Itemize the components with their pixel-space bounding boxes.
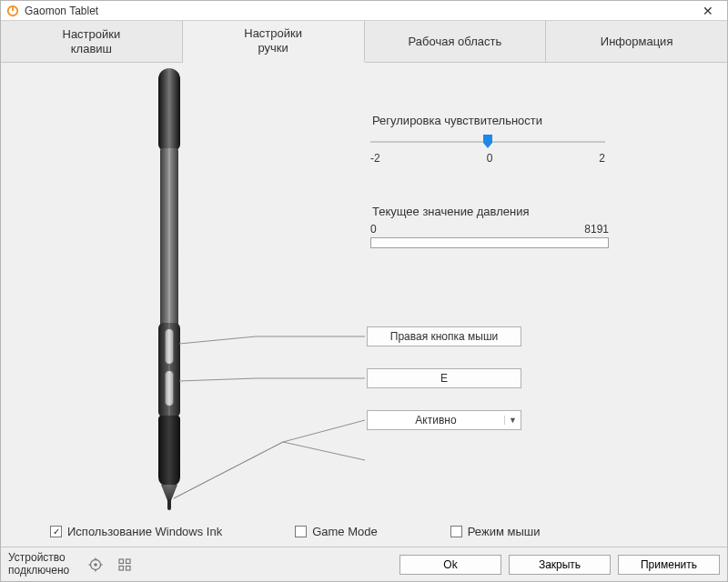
pen-mode-select[interactable]: Активно ▼ [367, 410, 521, 430]
pen-upper-button-mapping[interactable]: Правая кнопка мыши [367, 326, 521, 346]
svg-point-3 [94, 563, 97, 567]
checkbox-label: Режим мыши [468, 525, 541, 538]
ok-button[interactable]: Ok [399, 555, 501, 575]
checkbox-box [295, 526, 307, 537]
slider-max: 2 [599, 152, 605, 165]
chevron-down-icon: ▼ [504, 416, 521, 425]
checkbox-row: ✓ Использование Windows Ink Game Mode Ре… [1, 516, 727, 547]
titlebar: Gaomon Tablet ✕ [1, 1, 727, 21]
svg-rect-10 [119, 566, 124, 570]
pressure-meter: 0 8191 [370, 223, 609, 248]
tab-pen-settings[interactable]: Настройки ручки [183, 21, 365, 63]
checkbox-box: ✓ [50, 526, 62, 537]
pressure-max: 8191 [584, 223, 609, 236]
close-icon[interactable]: ✕ [694, 4, 722, 18]
sensitivity-slider[interactable]: -2 0 2 [370, 134, 605, 165]
checkbox-box [450, 526, 462, 537]
pen-nib-graphic [167, 499, 171, 510]
tab-key-settings[interactable]: Настройки клавиш [1, 21, 183, 62]
pressure-min: 0 [370, 223, 377, 236]
close-button[interactable]: Закрыть [509, 555, 611, 575]
apply-button[interactable]: Применить [618, 555, 720, 575]
footer-bar: Устройство подключено Ok Закрыть Примени… [1, 547, 727, 581]
pressure-label: Текущее значение давления [372, 205, 530, 218]
window-title: Gaomon Tablet [25, 5, 694, 17]
pen-lower-button-mapping[interactable]: E [367, 368, 521, 388]
device-status: Устройство подключено [8, 552, 69, 577]
slider-thumb-icon[interactable] [482, 135, 493, 149]
checkbox-label: Game Mode [312, 525, 378, 538]
settings-icon[interactable] [87, 557, 104, 573]
checkbox-mouse-mode[interactable]: Режим мыши [450, 525, 541, 538]
pen-upper-button-graphic [165, 328, 174, 365]
checkbox-label: Использование Windows Ink [67, 525, 222, 538]
svg-rect-8 [119, 559, 124, 564]
connector-lines [1, 63, 727, 547]
svg-rect-11 [126, 566, 131, 570]
svg-rect-1 [12, 6, 14, 10]
sensitivity-label: Регулировка чувствительности [372, 114, 542, 127]
tab-work-area[interactable]: Рабочая область [365, 21, 547, 62]
pen-mode-value: Активно [368, 414, 504, 426]
app-icon [6, 5, 19, 17]
pressure-bar [370, 237, 609, 248]
checkbox-game-mode[interactable]: Game Mode [295, 525, 378, 538]
svg-rect-9 [126, 559, 131, 564]
grid-icon[interactable] [116, 557, 133, 573]
app-window: Gaomon Tablet ✕ Настройки клавиш Настрой… [0, 0, 728, 582]
pen-lower-button-graphic [165, 370, 174, 406]
slider-min: -2 [370, 152, 380, 165]
checkbox-windows-ink[interactable]: ✓ Использование Windows Ink [50, 525, 222, 538]
pen-illustration [156, 68, 183, 510]
content-area: Регулировка чувствительности -2 0 2 Теку… [1, 63, 727, 547]
slider-mid: 0 [487, 152, 493, 165]
tab-bar: Настройки клавиш Настройки ручки Рабочая… [1, 21, 727, 63]
tab-information[interactable]: Информация [546, 21, 727, 62]
